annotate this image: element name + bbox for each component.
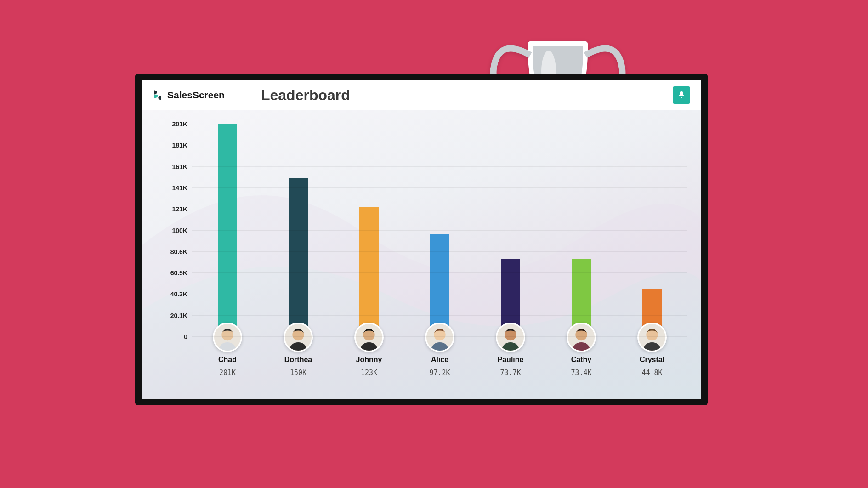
avatar xyxy=(425,323,454,352)
x-axis-col: Johnny123K xyxy=(334,356,404,377)
y-tick-label: 201K xyxy=(160,120,187,128)
category-name: Dorthea xyxy=(263,356,334,364)
x-axis-col: Chad201K xyxy=(192,356,263,377)
category-name: Pauline xyxy=(475,356,546,364)
bar-column xyxy=(334,124,404,337)
category-name: Alice xyxy=(404,356,475,364)
bar xyxy=(359,207,379,337)
chart-x-axis: Chad201KDorthea150KJohnny123KAlice97.2KP… xyxy=(192,356,687,377)
avatar xyxy=(354,323,384,352)
y-tick-label: 181K xyxy=(160,142,187,149)
bar-column xyxy=(475,124,546,337)
y-tick-label: 141K xyxy=(160,184,187,192)
y-tick-label: 40.3K xyxy=(160,290,187,298)
chart-plot-area: 020.1K40.3K60.5K80.6K100K121K141K161K181… xyxy=(192,124,687,337)
svg-point-8 xyxy=(363,329,374,340)
y-tick-label: 0 xyxy=(160,333,187,340)
svg-point-16 xyxy=(646,329,658,340)
gridline xyxy=(192,336,687,337)
category-value: 73.7K xyxy=(475,369,546,377)
y-tick-label: 60.5K xyxy=(160,269,187,277)
y-tick-label: 20.1K xyxy=(160,312,187,319)
y-tick-label: 100K xyxy=(160,227,187,234)
category-name: Cathy xyxy=(546,356,617,364)
avatar xyxy=(567,323,596,352)
svg-point-4 xyxy=(221,329,233,340)
y-tick-label: 121K xyxy=(160,205,187,213)
gridline xyxy=(192,187,687,188)
bar xyxy=(218,124,237,337)
x-axis-col: Crystal44.8K xyxy=(617,356,687,377)
category-value: 150K xyxy=(263,369,334,377)
svg-point-10 xyxy=(434,329,445,340)
page-title: Leaderboard xyxy=(261,87,350,104)
category-value: 97.2K xyxy=(404,369,475,377)
gridline xyxy=(192,294,687,294)
x-axis-col: Dorthea150K xyxy=(263,356,334,377)
brand-logo-icon xyxy=(153,89,163,101)
avatar xyxy=(284,323,313,352)
svg-point-12 xyxy=(505,329,516,340)
brand-name: SalesScreen xyxy=(167,90,225,101)
gridline xyxy=(192,272,687,273)
gridline xyxy=(192,315,687,316)
avatar xyxy=(213,323,242,352)
header: SalesScreen Leaderboard xyxy=(142,80,701,110)
category-value: 73.4K xyxy=(546,369,617,377)
category-value: 123K xyxy=(334,369,404,377)
header-divider xyxy=(244,87,244,103)
gridline xyxy=(192,209,687,209)
bar-column xyxy=(546,124,617,337)
leaderboard-chart: 020.1K40.3K60.5K80.6K100K121K141K161K181… xyxy=(142,110,701,399)
gridline xyxy=(192,230,687,231)
bar-column xyxy=(192,124,263,337)
category-name: Johnny xyxy=(334,356,404,364)
bell-icon xyxy=(677,91,686,100)
bar xyxy=(289,178,308,337)
y-tick-label: 161K xyxy=(160,163,187,170)
gridline xyxy=(192,166,687,167)
screen: SalesScreen Leaderboard xyxy=(142,80,701,399)
bar-column xyxy=(263,124,334,337)
y-tick-label: 80.6K xyxy=(160,248,187,255)
monitor-frame: SalesScreen Leaderboard xyxy=(135,74,708,405)
category-name: Chad xyxy=(192,356,263,364)
bar-column xyxy=(404,124,475,337)
gridline xyxy=(192,124,687,124)
x-axis-col: Pauline73.7K xyxy=(475,356,546,377)
x-axis-col: Cathy73.4K xyxy=(546,356,617,377)
gridline xyxy=(192,145,687,145)
gridline xyxy=(192,251,687,252)
bar-column xyxy=(617,124,687,337)
bar xyxy=(430,234,449,337)
category-value: 44.8K xyxy=(617,369,687,377)
svg-point-14 xyxy=(575,329,587,340)
svg-point-6 xyxy=(292,329,304,340)
avatar xyxy=(496,323,525,352)
avatar xyxy=(637,323,667,352)
x-axis-col: Alice97.2K xyxy=(404,356,475,377)
category-name: Crystal xyxy=(617,356,687,364)
chart-bars xyxy=(192,124,687,337)
brand: SalesScreen xyxy=(153,89,225,101)
category-value: 201K xyxy=(192,369,263,377)
notify-button[interactable] xyxy=(673,86,690,104)
